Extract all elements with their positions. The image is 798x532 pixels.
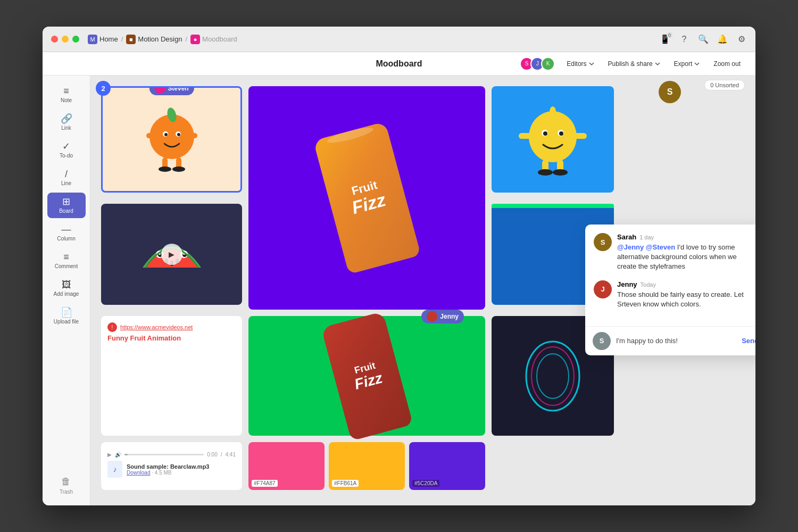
tablet-icon[interactable]: 📱0 [660, 34, 670, 45]
header-actions: S J K Editors Publish & share Export Zoo… [520, 57, 745, 71]
card-orange-fruit[interactable]: Steven [101, 86, 242, 193]
can-small-label: Fruit Fizz [321, 311, 413, 441]
bell-icon[interactable]: 🔔 [717, 34, 728, 45]
can-small: Fruit Fizz [321, 311, 413, 441]
can-large: Fruit Fizz [313, 121, 421, 274]
svg-point-8 [159, 167, 171, 172]
sound-file-meta: Download · 4.5 MB [127, 470, 209, 476]
steven-avatar [154, 86, 165, 94]
column-icon: — [62, 225, 71, 234]
sound-file-info: Sound sample: Bearclaw.mp3 Download · 4.… [127, 463, 209, 476]
send-button[interactable]: Send [742, 337, 755, 345]
sound-file-name: Sound sample: Bearclaw.mp3 [127, 463, 209, 470]
comment-item-sarah: S Sarah 1 day @Jenny @Steven I'd love to… [594, 233, 755, 272]
download-link[interactable]: Download [127, 470, 150, 476]
publish-share-button[interactable]: Publish & share [604, 58, 664, 70]
comment-panel: S Sarah 1 day @Jenny @Steven I'd love to… [585, 225, 755, 355]
svg-point-34 [531, 347, 574, 405]
card-lemon[interactable] [492, 86, 614, 193]
sound-file: ♪ Sound sample: Bearclaw.mp3 Download · … [107, 461, 236, 478]
svg-point-3 [164, 133, 168, 136]
mention-jenny: @Jenny @Steven [617, 243, 675, 251]
breadcrumb-motion[interactable]: ■ Motion Design [126, 35, 182, 44]
card-sound[interactable]: ▶ 🔊 0:00 / 4:41 ♪ Sound sample: Bearclaw… [101, 442, 242, 490]
sarah-author: Sarah [617, 233, 636, 241]
svg-rect-10 [146, 133, 158, 138]
jenny-time: Today [641, 281, 656, 288]
color-label-pink: #F74A87 [252, 480, 278, 487]
home-icon: M [88, 35, 97, 44]
card-watermelon-video[interactable]: ▶ [101, 204, 242, 305]
trash-icon: 🗑 [61, 476, 71, 487]
sidebar-item-note[interactable]: ≡ Note [47, 82, 86, 107]
svg-rect-23 [573, 133, 587, 139]
color-label-yellow: #FFB61A [332, 480, 359, 487]
user-cursor-avatar: S [659, 81, 681, 103]
help-icon[interactable]: ? [679, 34, 689, 45]
comment-input-row: S Send [585, 326, 755, 355]
breadcrumb: M Home / ■ Motion Design / ● Moodboard [88, 35, 237, 44]
sound-progress-bar: ▶ 🔊 0:00 / 4:41 [107, 452, 236, 458]
jenny-avatar: J [594, 280, 612, 298]
sidebar-item-column[interactable]: — Column [47, 220, 86, 246]
time-total: 4:41 [226, 452, 236, 458]
close-button[interactable] [51, 36, 58, 43]
zoom-out-button[interactable]: Zoom out [709, 58, 745, 70]
link-url[interactable]: https://www.acmevideos.net [120, 324, 193, 330]
play-button[interactable]: ▶ [161, 244, 182, 265]
comment-input[interactable] [616, 337, 736, 345]
sidebar-item-upload[interactable]: 📄 Upload file [47, 303, 86, 329]
sarah-comment-text: @Jenny @Steven I'd love to try some alte… [617, 243, 755, 272]
progress-fill [124, 454, 128, 455]
sidebar-item-link[interactable]: 🔗 Link [47, 110, 86, 135]
card-link[interactable]: ! https://www.acmevideos.net Funny Fruit… [101, 316, 242, 436]
main-layout: ≡ Note 🔗 Link ✓ To-do / Line ⊞ Board — C… [43, 76, 755, 505]
breadcrumb-moodboard-label: Moodboard [202, 35, 237, 43]
sidebar-item-add-image[interactable]: 🖼 Add image [47, 276, 86, 301]
jenny-badge: Jenny [421, 310, 464, 323]
sarah-comment-content: Sarah 1 day @Jenny @Steven I'd love to t… [617, 233, 755, 272]
can-large-label: Fruit Fizz [313, 121, 421, 274]
editors-button[interactable]: Editors [562, 58, 598, 70]
sidebar-item-line[interactable]: / Line [47, 165, 86, 190]
settings-icon[interactable]: ⚙ [736, 34, 747, 45]
play-icon[interactable]: ▶ [107, 452, 112, 458]
link-card-icon: ! [107, 322, 117, 332]
comment-body: S Sarah 1 day @Jenny @Steven I'd love to… [585, 225, 755, 326]
sidebar-item-trash[interactable]: 🗑 Trash [54, 472, 78, 499]
todo-icon: ✓ [62, 142, 70, 151]
line-icon: / [65, 169, 68, 179]
color-swatch-yellow: #FFB61A [329, 442, 405, 490]
maximize-button[interactable] [72, 36, 79, 43]
sarah-time: 1 day [639, 234, 654, 240]
minimize-button[interactable] [62, 36, 69, 43]
sarah-avatar: S [594, 233, 612, 251]
sidebar-item-board[interactable]: ⊞ Board [47, 193, 86, 218]
search-icon[interactable]: 🔍 [698, 34, 709, 45]
svg-point-15 [543, 131, 547, 136]
canvas-area[interactable]: S 0 Unsorted Steven [90, 76, 755, 505]
upload-icon: 📄 [61, 307, 72, 317]
volume-icon[interactable]: 🔊 [115, 452, 121, 458]
card-green-can[interactable]: Jenny Fruit Fizz [248, 316, 485, 436]
card-purple-can[interactable]: Fruit Fizz [248, 86, 485, 310]
titlebar-actions: 📱0 ? 🔍 🔔 ⚙ [660, 34, 747, 45]
sidebar-item-todo[interactable]: ✓ To-do [47, 137, 86, 163]
card-colors: #F74A87 #FFB61A #5C20DA [248, 442, 485, 490]
breadcrumb-home[interactable]: M Home [88, 35, 118, 44]
sound-file-icon: ♪ [107, 461, 122, 478]
progress-track[interactable] [124, 454, 204, 455]
svg-rect-11 [186, 133, 197, 138]
window-controls [51, 36, 79, 43]
breadcrumb-motion-label: Motion Design [138, 35, 182, 43]
color-swatch-pink: #F74A87 [248, 442, 325, 490]
jenny-comment-text: Those should be fairly easy to create. L… [617, 290, 755, 309]
add-image-icon: 🖼 [62, 280, 71, 289]
svg-point-33 [526, 342, 579, 411]
svg-point-16 [559, 131, 563, 136]
export-button[interactable]: Export [670, 58, 704, 70]
breadcrumb-moodboard[interactable]: ● Moodboard [190, 35, 237, 44]
comment-item-jenny: J Jenny Today Those should be fairly eas… [594, 280, 755, 309]
sidebar-item-comment[interactable]: ≡ Comment [47, 248, 86, 273]
moodboard-icon: ● [190, 35, 200, 44]
